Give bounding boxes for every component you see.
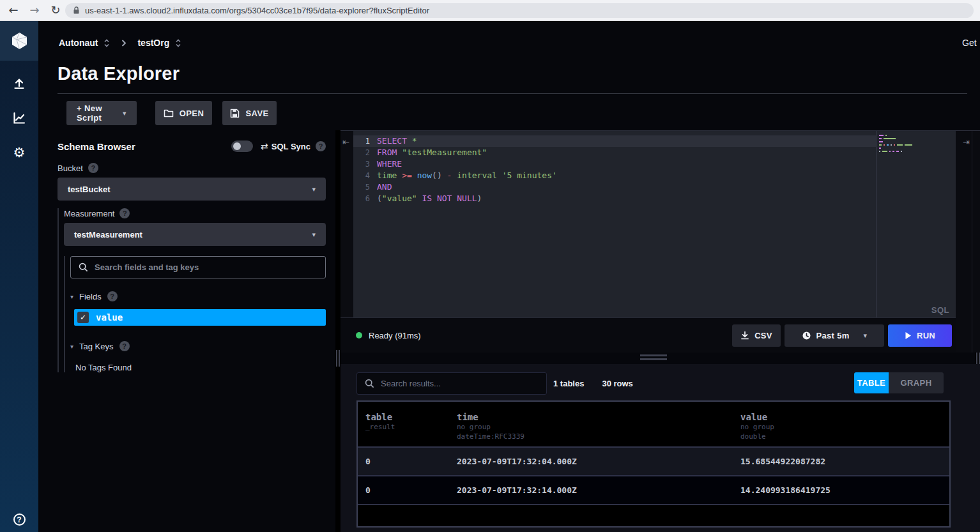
help-icon[interactable]: ?: [13, 513, 26, 526]
page-title: Data Explorer: [57, 63, 180, 84]
toggle-knob: [233, 142, 241, 150]
new-script-button[interactable]: + New Script ▾: [66, 101, 137, 125]
table-cell: 2023-07-09T17:32:04.000Z: [457, 457, 577, 466]
results-resize-handle[interactable]: [640, 354, 667, 360]
browser-forward-icon[interactable]: →: [26, 1, 43, 18]
play-icon: [905, 331, 912, 340]
line-number: 6: [353, 193, 370, 204]
table-cell: 0: [365, 485, 371, 495]
fields-search-input[interactable]: [95, 262, 318, 272]
org-switcher-caret-icon[interactable]: [103, 38, 110, 48]
folder-icon: [164, 109, 174, 118]
collapse-left-icon[interactable]: ⇤: [342, 137, 349, 147]
data-explorer-chart-icon[interactable]: [11, 110, 27, 126]
code-line[interactable]: WHERE: [377, 158, 873, 170]
left-resize-handle[interactable]: [336, 350, 340, 367]
save-button[interactable]: SAVE: [222, 101, 277, 125]
query-status-bar: Ready (91ms) CSV Past 5m ▾ RUN: [341, 317, 956, 353]
minimap-line: [879, 138, 917, 139]
results-search-box: [356, 372, 547, 395]
editor-code[interactable]: SELECT *FROM "testMeasurement"WHEREtime …: [377, 135, 873, 204]
code-line[interactable]: ("value" IS NOT NULL): [377, 193, 873, 204]
fields-help-icon[interactable]: ?: [107, 291, 118, 301]
schema-browser-header: Schema Browser ⇄ SQL Sync ?: [57, 137, 326, 155]
fields-caret-icon[interactable]: ▾: [70, 293, 73, 300]
table-cell: 2023-07-09T17:32:14.000Z: [457, 485, 577, 495]
tag-keys-section-row[interactable]: ▾ Tag Keys ?: [70, 341, 326, 351]
sql-sync-toggle[interactable]: [231, 141, 253, 152]
bucket-help-icon[interactable]: ?: [88, 163, 98, 173]
browser-chrome: ← → ↻: [0, 0, 980, 21]
tab-graph[interactable]: GRAPH: [889, 372, 944, 393]
bucket-dropdown-caret-icon: ▾: [312, 185, 316, 194]
code-line[interactable]: time >= now() - interval '5 minutes': [377, 170, 873, 181]
table-column-header: valueno groupdouble: [740, 412, 774, 441]
settings-gear-icon[interactable]: ⚙: [11, 145, 27, 160]
tag-keys-caret-icon[interactable]: ▾: [70, 343, 73, 350]
upload-icon[interactable]: [11, 76, 27, 91]
code-line[interactable]: SELECT *: [377, 135, 873, 147]
left-pane-resize-divider[interactable]: [335, 130, 341, 532]
workspace-switcher-caret-icon[interactable]: [175, 38, 181, 48]
breadcrumb-chevron-icon: [121, 39, 126, 47]
results-table: table_resulttimeno groupdateTime:RFC3339…: [356, 400, 951, 528]
code-line[interactable]: FROM "testMeasurement": [377, 147, 873, 158]
editor-collapse-strip: ⇤: [341, 131, 353, 317]
view-tabs: TABLE GRAPH: [854, 372, 944, 393]
tab-table[interactable]: TABLE: [854, 372, 889, 393]
measurement-dropdown[interactable]: testMeasurement ▾: [64, 223, 326, 246]
get-started-link[interactable]: Get: [962, 38, 977, 48]
right-rail: ⇥: [956, 130, 980, 353]
expand-right-icon[interactable]: ⇥: [963, 137, 970, 147]
sql-sync-label: SQL Sync: [272, 142, 310, 151]
measurement-help-icon[interactable]: ?: [119, 208, 130, 218]
run-button[interactable]: RUN: [888, 324, 952, 347]
breadcrumb-org[interactable]: Autonaut: [59, 38, 98, 48]
open-button[interactable]: OPEN: [155, 101, 212, 125]
time-range-caret-icon: ▾: [864, 331, 868, 340]
field-checkbox[interactable]: ✓: [77, 312, 89, 323]
tag-keys-help-icon[interactable]: ?: [119, 341, 130, 351]
save-disk-icon: [230, 109, 240, 118]
new-script-caret-icon: ▾: [123, 109, 126, 118]
line-number: 4: [353, 170, 370, 181]
url-input[interactable]: [85, 6, 966, 15]
browser-reload-icon[interactable]: ↻: [47, 1, 64, 18]
code-line[interactable]: AND: [377, 181, 873, 193]
results-search-input[interactable]: [381, 379, 539, 388]
breadcrumb-workspace[interactable]: testOrg: [137, 38, 169, 48]
script-toolbar: + New Script ▾ OPEN SAVE: [66, 101, 277, 125]
tag-keys-label: Tag Keys: [79, 342, 113, 351]
address-bar[interactable]: [65, 3, 974, 18]
rail-divider: [972, 131, 972, 353]
browser-back-icon[interactable]: ←: [5, 1, 22, 18]
line-number: 5: [353, 181, 370, 193]
influxdb-logo[interactable]: [0, 21, 38, 61]
csv-download-button[interactable]: CSV: [732, 324, 781, 347]
results-table-body: 02023-07-09T17:32:04.000Z15.685449220872…: [358, 448, 949, 505]
bucket-dropdown[interactable]: testBucket ▾: [57, 178, 326, 201]
tables-count: 1 tables: [553, 379, 584, 388]
lock-icon: [73, 6, 80, 15]
minimap-divider: [876, 131, 877, 317]
table-row: 02023-07-09T17:32:14.000Z14.240993186419…: [358, 476, 949, 505]
query-status: Ready (91ms): [356, 331, 732, 340]
sql-sync-help-icon[interactable]: ?: [316, 141, 326, 151]
fields-section-row[interactable]: ▾ Fields ?: [70, 291, 326, 301]
minimap-line: [879, 144, 917, 146]
bucket-label: Bucket: [57, 163, 83, 173]
no-tags-found-text: No Tags Found: [75, 363, 326, 372]
field-item-value[interactable]: ✓ value: [74, 309, 326, 326]
line-number: 2: [353, 147, 370, 158]
download-icon: [740, 331, 749, 340]
field-item-label: value: [96, 312, 123, 323]
title-divider: [57, 93, 967, 94]
sidebar-nav: ⚙: [0, 61, 38, 160]
editor-minimap[interactable]: [879, 135, 917, 154]
status-text: Ready (91ms): [369, 331, 421, 340]
time-range-dropdown[interactable]: Past 5m ▾: [785, 324, 884, 347]
fields-tags-group: ▾ Fields ? ✓ value ▾ Tag Keys ? No Tags …: [64, 256, 326, 372]
table-cell: 0: [365, 457, 371, 466]
help-area: ?: [0, 513, 38, 526]
schema-browser-panel: Schema Browser ⇄ SQL Sync ? Bucket ? tes…: [57, 137, 326, 372]
